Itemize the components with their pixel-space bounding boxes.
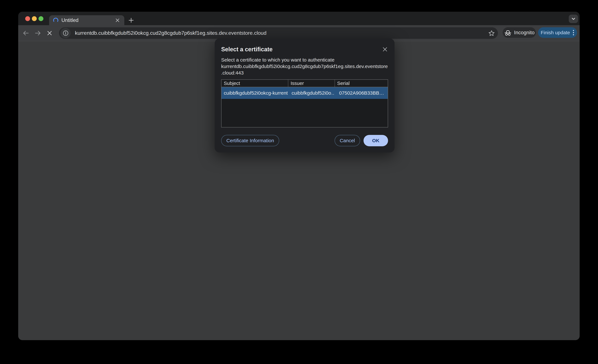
dialog-description-intro: Select a certificate to which you want t…: [221, 57, 334, 63]
window-close-button[interactable]: [25, 16, 30, 21]
tab-loading-spinner-icon: [53, 17, 58, 23]
address-bar[interactable]: kurrentdb.cuibbfkgdubf52i0okcg.cud2g8cgd…: [59, 27, 498, 39]
cancel-button[interactable]: Cancel: [335, 135, 360, 146]
tab-strip: Untitled: [18, 12, 580, 25]
incognito-label: Incognito: [514, 30, 535, 36]
tab-untitled[interactable]: Untitled: [49, 15, 124, 25]
arrow-right-icon: [34, 29, 42, 37]
arrow-left-icon: [22, 29, 30, 37]
info-icon: [62, 30, 69, 36]
certificate-subject: cuibbfkgdubf52i0okcg-kurrent…: [222, 90, 288, 96]
window-minimize-button[interactable]: [32, 16, 37, 21]
window-zoom-button[interactable]: [39, 16, 43, 21]
bookmark-star-button[interactable]: [488, 29, 496, 37]
forward-button[interactable]: [34, 29, 42, 37]
certificate-table-header: Subject Issuer Serial: [222, 80, 388, 87]
certificate-serial: 07502A906B33BB…: [335, 90, 388, 96]
stop-loading-button[interactable]: [46, 29, 53, 37]
dialog-title: Select a certificate: [221, 39, 388, 53]
dialog-description-host: kurrentdb.cuibbfkgdubf52i0okcg.cud2g8cgd…: [221, 63, 388, 76]
new-tab-button[interactable]: [127, 16, 135, 25]
kebab-menu-icon: [573, 29, 574, 36]
finish-update-button[interactable]: Finish update: [538, 27, 577, 38]
select-certificate-dialog: Select a certificate Select a certificat…: [215, 39, 395, 153]
incognito-badge: Incognito: [503, 27, 536, 38]
incognito-icon: [504, 29, 512, 36]
tab-search-chevron-button[interactable]: [569, 15, 578, 23]
chevron-down-icon: [571, 16, 576, 22]
dialog-description: Select a certificate to which you want t…: [221, 57, 388, 76]
certificate-issuer: cuibbfkgdubf52i0o…: [288, 90, 334, 96]
star-icon: [488, 30, 495, 37]
close-icon: [46, 29, 53, 37]
column-header-issuer: Issuer: [288, 80, 334, 87]
tab-title: Untitled: [61, 17, 114, 23]
column-header-subject: Subject: [222, 80, 288, 87]
dialog-close-button[interactable]: [381, 46, 389, 53]
certificate-table: Subject Issuer Serial cuibbfkgdubf52i0ok…: [221, 79, 388, 128]
tab-close-icon[interactable]: [114, 17, 121, 24]
back-button[interactable]: [22, 29, 30, 37]
close-icon: [382, 47, 388, 52]
url-text[interactable]: kurrentdb.cuibbfkgdubf52i0okcg.cud2g8cgd…: [75, 30, 488, 36]
certificate-row[interactable]: cuibbfkgdubf52i0okcg-kurrent… cuibbfkgdu…: [222, 87, 388, 99]
dialog-actions: Certificate Information Cancel OK: [221, 135, 388, 146]
certificate-information-button[interactable]: Certificate Information: [221, 135, 279, 146]
ok-button[interactable]: OK: [364, 135, 388, 146]
column-header-serial: Serial: [335, 80, 388, 87]
finish-update-label: Finish update: [541, 30, 570, 35]
site-info-button[interactable]: [60, 28, 71, 38]
